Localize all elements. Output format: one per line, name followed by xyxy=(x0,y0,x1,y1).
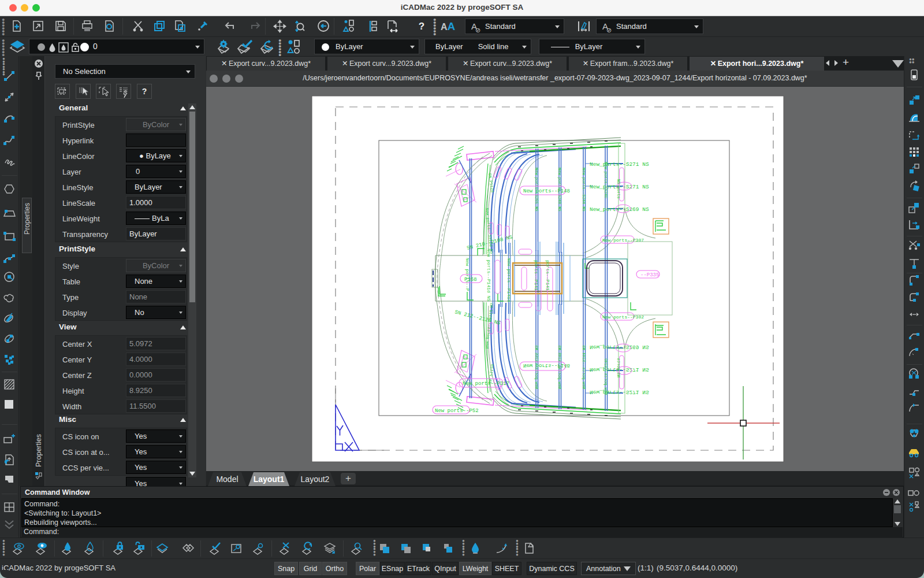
svg-text:New ports--P141d NS: New ports--P141d NS xyxy=(486,249,491,301)
svg-text:ports--P141: ports--P141 xyxy=(545,260,550,291)
svg-text:New ports--P307: New ports--P307 xyxy=(602,238,644,243)
svg-text:New ports--P302: New ports--P302 xyxy=(602,314,644,320)
svg-text:New ports--P317: New ports--P317 xyxy=(463,381,509,387)
svg-text:New ports--P141d: New ports--P141d xyxy=(506,258,512,302)
svg-text:ports--P141: ports--P141 xyxy=(534,260,539,291)
svg-text:P168: P168 xyxy=(464,277,477,283)
svg-text:New ports--P52: New ports--P52 xyxy=(435,408,479,414)
svg-text:--P335: --P335 xyxy=(640,272,659,278)
